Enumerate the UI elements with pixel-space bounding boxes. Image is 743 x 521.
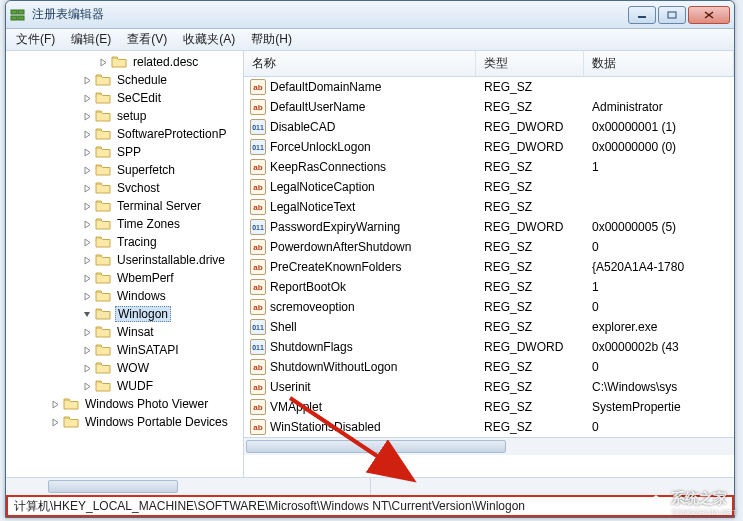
expand-icon[interactable]: [98, 57, 109, 68]
expand-icon[interactable]: [82, 345, 93, 356]
status-path: 计算机\HKEY_LOCAL_MACHINE\SOFTWARE\Microsof…: [14, 498, 525, 515]
values-panel[interactable]: 名称 类型 数据 abDefaultDomainNameREG_SZabDefa…: [244, 51, 734, 477]
value-row[interactable]: abShutdownWithoutLogonREG_SZ0: [244, 357, 734, 377]
expand-icon[interactable]: [82, 111, 93, 122]
tree-item[interactable]: Windows: [6, 287, 243, 305]
expand-icon[interactable]: [82, 291, 93, 302]
window-buttons: [628, 6, 730, 24]
expand-icon[interactable]: [82, 183, 93, 194]
expand-icon[interactable]: [82, 363, 93, 374]
tree-item-label: setup: [115, 109, 148, 123]
expand-icon[interactable]: [82, 219, 93, 230]
value-row[interactable]: 011DisableCADREG_DWORD0x00000001 (1): [244, 117, 734, 137]
tree-hscrollbar[interactable]: [6, 477, 734, 495]
menu-help[interactable]: 帮助(H): [245, 29, 298, 50]
expand-icon[interactable]: [82, 309, 93, 320]
tree-item[interactable]: setup: [6, 107, 243, 125]
value-row[interactable]: abLegalNoticeTextREG_SZ: [244, 197, 734, 217]
folder-icon: [63, 415, 79, 429]
expand-icon[interactable]: [82, 93, 93, 104]
tree-panel[interactable]: related.descScheduleSeCEditsetupSoftware…: [6, 51, 244, 477]
expand-icon[interactable]: [82, 237, 93, 248]
menu-favorites[interactable]: 收藏夹(A): [177, 29, 241, 50]
tree-item[interactable]: WOW: [6, 359, 243, 377]
folder-icon: [63, 397, 79, 411]
value-row[interactable]: abVMAppletREG_SZSystemPropertie: [244, 397, 734, 417]
tree-item[interactable]: related.desc: [6, 53, 243, 71]
header-data[interactable]: 数据: [584, 51, 734, 76]
tree-item[interactable]: WbemPerf: [6, 269, 243, 287]
list-header: 名称 类型 数据: [244, 51, 734, 77]
menu-edit[interactable]: 编辑(E): [65, 29, 117, 50]
value-row[interactable]: 011ShellREG_SZexplorer.exe: [244, 317, 734, 337]
tree-item[interactable]: SPP: [6, 143, 243, 161]
expand-icon[interactable]: [82, 255, 93, 266]
value-row[interactable]: abscremoveoptionREG_SZ0: [244, 297, 734, 317]
tree-item[interactable]: SoftwareProtectionP: [6, 125, 243, 143]
expand-icon[interactable]: [82, 201, 93, 212]
value-row[interactable]: abDefaultUserNameREG_SZAdministrator: [244, 97, 734, 117]
tree-item[interactable]: Winlogon: [6, 305, 243, 323]
value-name: ShutdownFlags: [270, 340, 353, 354]
tree-item[interactable]: SeCEdit: [6, 89, 243, 107]
tree-item[interactable]: Schedule: [6, 71, 243, 89]
tree-item[interactable]: Time Zones: [6, 215, 243, 233]
value-row[interactable]: abLegalNoticeCaptionREG_SZ: [244, 177, 734, 197]
folder-icon: [95, 199, 111, 213]
header-name[interactable]: 名称: [244, 51, 476, 76]
tree-item[interactable]: Winsat: [6, 323, 243, 341]
expand-icon[interactable]: [82, 75, 93, 86]
value-row[interactable]: abKeepRasConnectionsREG_SZ1: [244, 157, 734, 177]
menu-view[interactable]: 查看(V): [121, 29, 173, 50]
expand-icon[interactable]: [50, 399, 61, 410]
value-row[interactable]: abDefaultDomainNameREG_SZ: [244, 77, 734, 97]
tree-item-label: SPP: [115, 145, 143, 159]
expand-icon[interactable]: [82, 381, 93, 392]
value-row[interactable]: abWinStationsDisabledREG_SZ0: [244, 417, 734, 437]
tree-item[interactable]: Superfetch: [6, 161, 243, 179]
binary-value-icon: 011: [250, 119, 266, 135]
tree-item-label: Windows Portable Devices: [83, 415, 230, 429]
value-row[interactable]: 011ForceUnlockLogonREG_DWORD0x00000000 (…: [244, 137, 734, 157]
tree-item[interactable]: Terminal Server: [6, 197, 243, 215]
header-type[interactable]: 类型: [476, 51, 584, 76]
tree-item[interactable]: WUDF: [6, 377, 243, 395]
titlebar[interactable]: 注册表编辑器: [6, 1, 734, 29]
value-row[interactable]: abUserinitREG_SZC:\Windows\sys: [244, 377, 734, 397]
minimize-icon: [637, 11, 647, 19]
value-row[interactable]: 011ShutdownFlagsREG_DWORD0x0000002b (43: [244, 337, 734, 357]
tree-item-label: Terminal Server: [115, 199, 203, 213]
value-data: {A520A1A4-1780: [584, 260, 734, 274]
expand-icon[interactable]: [82, 147, 93, 158]
close-button[interactable]: [688, 6, 730, 24]
tree-item[interactable]: Windows Portable Devices: [6, 413, 243, 431]
value-name: DefaultDomainName: [270, 80, 381, 94]
value-row[interactable]: abReportBootOkREG_SZ1: [244, 277, 734, 297]
value-row[interactable]: abPowerdownAfterShutdownREG_SZ0: [244, 237, 734, 257]
value-name: PasswordExpiryWarning: [270, 220, 400, 234]
tree-item-label: Userinstallable.drive: [115, 253, 227, 267]
value-row[interactable]: 011PasswordExpiryWarningREG_DWORD0x00000…: [244, 217, 734, 237]
tree-item[interactable]: Windows Photo Viewer: [6, 395, 243, 413]
menu-file[interactable]: 文件(F): [10, 29, 61, 50]
value-type: REG_SZ: [476, 200, 584, 214]
tree-item-label: Winlogon: [115, 306, 171, 322]
value-name: scremoveoption: [270, 300, 355, 314]
folder-icon: [95, 325, 111, 339]
value-type: REG_SZ: [476, 180, 584, 194]
expand-icon[interactable]: [82, 129, 93, 140]
tree-item[interactable]: Svchost: [6, 179, 243, 197]
expand-icon[interactable]: [82, 273, 93, 284]
tree-item[interactable]: Tracing: [6, 233, 243, 251]
list-hscrollbar[interactable]: [244, 437, 734, 455]
value-row[interactable]: abPreCreateKnownFoldersREG_SZ{A520A1A4-1…: [244, 257, 734, 277]
expand-icon[interactable]: [82, 327, 93, 338]
maximize-button[interactable]: [658, 6, 686, 24]
minimize-button[interactable]: [628, 6, 656, 24]
expand-icon[interactable]: [82, 165, 93, 176]
tree-item[interactable]: WinSATAPI: [6, 341, 243, 359]
svg-rect-3: [18, 16, 24, 20]
expand-icon[interactable]: [50, 417, 61, 428]
tree-item[interactable]: Userinstallable.drive: [6, 251, 243, 269]
tree-item-label: related.desc: [131, 55, 200, 69]
